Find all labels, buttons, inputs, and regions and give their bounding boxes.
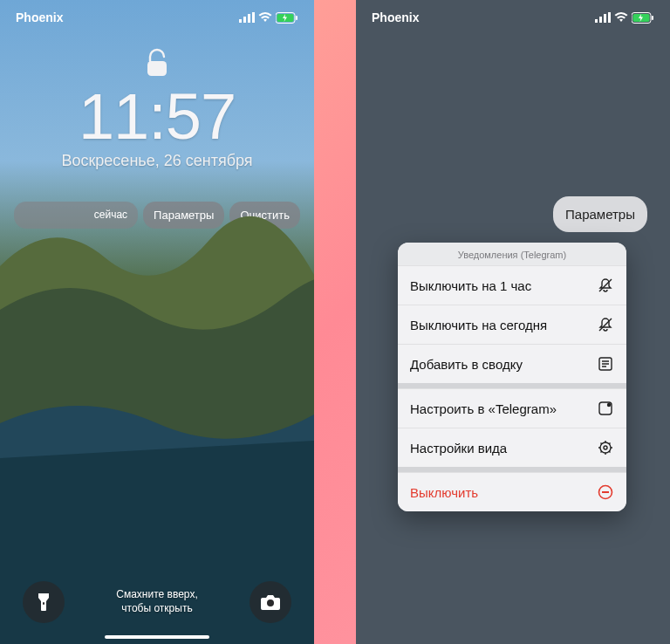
menu-item-add-summary[interactable]: Добавить в сводку xyxy=(398,344,626,383)
summary-icon xyxy=(597,355,614,373)
date-label: Воскресенье, 26 сентября xyxy=(0,152,314,170)
minus-circle-icon xyxy=(597,483,614,501)
battery-charging-icon xyxy=(276,12,298,24)
camera-button[interactable] xyxy=(250,581,291,623)
bell-slash-icon xyxy=(597,316,614,333)
carrier-label: Phoenix xyxy=(372,10,419,24)
svg-point-9 xyxy=(267,599,274,606)
svg-rect-0 xyxy=(239,19,242,23)
flashlight-icon xyxy=(35,592,52,613)
menu-item-view-settings[interactable]: Настройки вида xyxy=(398,428,626,467)
swipe-hint: Смахните вверх, чтобы открыть xyxy=(116,588,197,615)
menu-item-label: Выключить xyxy=(410,485,478,500)
svg-line-31 xyxy=(601,443,603,445)
svg-rect-1 xyxy=(243,17,246,23)
wifi-icon xyxy=(614,12,628,23)
swipe-hint-line2: чтобы открыть xyxy=(116,602,197,616)
gear-icon xyxy=(597,439,614,456)
phone-context-menu: Phoenix Параметры Уведомления (Telegram)… xyxy=(356,0,670,644)
svg-rect-7 xyxy=(147,61,167,76)
flashlight-button[interactable] xyxy=(23,581,65,623)
menu-item-label: Выключить на сегодня xyxy=(410,318,547,332)
menu-item-mute-1h[interactable]: Выключить на 1 час xyxy=(398,265,626,305)
unlock-icon xyxy=(0,48,314,78)
open-app-icon xyxy=(597,400,614,417)
menu-item-label: Добавить в сводку xyxy=(410,357,523,372)
clock-time: 11:57 xyxy=(0,79,314,154)
notification-time-pill[interactable]: сейчас xyxy=(14,202,138,229)
carrier-label: Phoenix xyxy=(16,10,63,24)
battery-charging-icon xyxy=(632,12,654,24)
svg-point-24 xyxy=(607,403,611,407)
svg-line-33 xyxy=(609,443,611,445)
wallpaper-terrain xyxy=(0,161,314,644)
menu-item-label: Настройки вида xyxy=(410,441,507,456)
svg-line-34 xyxy=(601,451,603,453)
svg-line-18 xyxy=(599,319,612,331)
svg-rect-11 xyxy=(599,17,602,23)
svg-rect-10 xyxy=(595,19,598,23)
params-pill[interactable]: Параметры xyxy=(143,202,224,229)
camera-icon xyxy=(260,593,281,611)
svg-rect-12 xyxy=(604,14,606,23)
svg-rect-13 xyxy=(608,12,611,23)
menu-item-configure-telegram[interactable]: Настроить в «Telegram» xyxy=(398,388,626,428)
svg-line-32 xyxy=(609,451,611,453)
svg-rect-6 xyxy=(296,16,297,20)
svg-line-17 xyxy=(599,279,612,291)
wifi-icon xyxy=(258,12,272,23)
svg-rect-2 xyxy=(248,14,250,23)
menu-item-label: Выключить на 1 час xyxy=(410,278,531,293)
signal-icon xyxy=(595,12,611,23)
home-indicator[interactable] xyxy=(105,635,209,639)
status-bar: Phoenix xyxy=(356,0,670,30)
clear-pill[interactable]: Очистить xyxy=(229,202,300,229)
context-menu-header: Уведомления (Telegram) xyxy=(398,243,626,265)
svg-rect-16 xyxy=(652,16,653,20)
notification-actions-row: сейчас Параметры Очистить xyxy=(0,202,314,229)
menu-item-turn-off[interactable]: Выключить xyxy=(398,472,626,511)
phone-lockscreen: Phoenix 11:57 Воскресенье, 26 сентября с… xyxy=(0,0,314,644)
status-bar: Phoenix xyxy=(0,0,314,30)
swipe-hint-line1: Смахните вверх, xyxy=(116,588,197,602)
status-icons xyxy=(239,12,298,24)
status-icons xyxy=(595,12,654,24)
svg-point-26 xyxy=(604,446,607,449)
params-bubble[interactable]: Параметры xyxy=(553,196,647,232)
menu-item-label: Настроить в «Telegram» xyxy=(410,401,557,416)
lockscreen-bottom-bar: Смахните вверх, чтобы открыть xyxy=(0,581,314,623)
signal-icon xyxy=(239,12,255,23)
menu-item-mute-today[interactable]: Выключить на сегодня xyxy=(398,305,626,344)
svg-rect-8 xyxy=(43,602,44,605)
bell-slash-icon xyxy=(597,277,614,294)
svg-rect-3 xyxy=(252,12,255,23)
context-menu: Уведомления (Telegram) Выключить на 1 ча… xyxy=(398,243,626,511)
